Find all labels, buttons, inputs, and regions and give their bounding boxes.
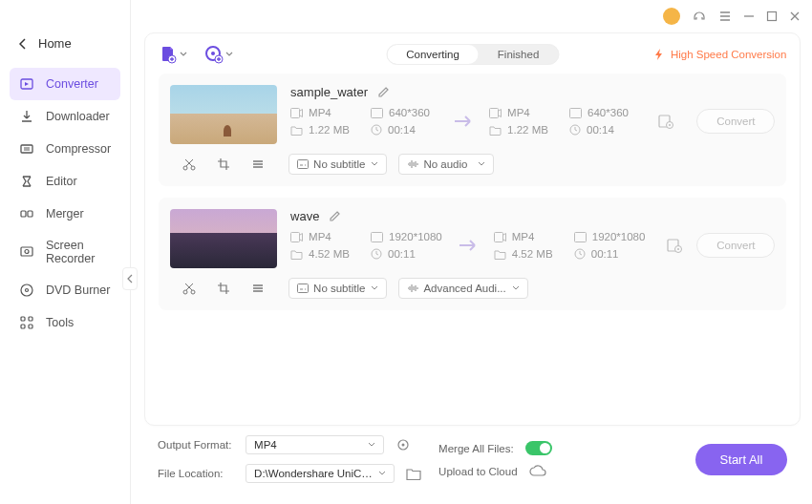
folder-icon — [290, 125, 303, 136]
settings-icon[interactable] — [657, 113, 674, 130]
clock-icon — [569, 124, 581, 136]
svg-point-6 — [21, 284, 32, 296]
svg-point-27 — [191, 166, 195, 170]
chevron-down-icon — [368, 442, 375, 448]
subtitle-icon — [297, 159, 309, 169]
subtitle-select[interactable]: No subtitle — [288, 278, 387, 299]
svg-rect-20 — [490, 108, 499, 117]
svg-rect-30 — [372, 232, 383, 242]
start-all-button[interactable]: Start All — [695, 444, 788, 475]
add-dvd-button[interactable] — [204, 45, 233, 64]
audio-select[interactable]: Advanced Audi... — [398, 278, 527, 299]
gear-icon[interactable] — [395, 437, 411, 452]
res-icon — [574, 232, 587, 242]
home-row[interactable]: Home — [0, 29, 130, 58]
nav-tools[interactable]: Tools — [10, 306, 120, 339]
dst-dur: 00:11 — [574, 248, 646, 260]
nav-label: Merger — [46, 207, 84, 220]
nav-label: Downloader — [46, 110, 110, 123]
tab-finished[interactable]: Finished — [479, 45, 558, 64]
src-res: 640*360 — [371, 107, 438, 118]
compressor-icon — [19, 141, 34, 157]
thumbnail[interactable] — [170, 209, 277, 268]
output-format-label: Output Format: — [158, 439, 234, 451]
audio-select[interactable]: No audio — [398, 154, 494, 175]
effects-icon[interactable] — [251, 282, 265, 295]
dst-format: MP4 — [494, 231, 561, 242]
arrow-right-icon — [453, 114, 474, 129]
output-format-select[interactable]: MP4 — [246, 435, 384, 454]
headset-icon[interactable] — [692, 9, 707, 24]
topbar: Converting Finished High Speed Conversio… — [159, 45, 786, 64]
video-icon — [494, 232, 506, 242]
svg-point-7 — [26, 289, 29, 292]
nav-converter[interactable]: Converter — [10, 68, 120, 100]
maximize-icon[interactable] — [766, 10, 778, 22]
nav-screen-recorder[interactable]: Screen Recorder — [10, 230, 120, 274]
svg-rect-17 — [291, 108, 300, 117]
svg-rect-18 — [372, 108, 383, 117]
menu-icon[interactable] — [718, 10, 732, 23]
titlebar — [131, 0, 812, 32]
disc-add-icon — [204, 45, 224, 64]
dst-size: 4.52 MB — [494, 248, 561, 260]
svg-point-5 — [25, 250, 29, 254]
close-icon[interactable] — [789, 10, 801, 22]
crop-icon[interactable] — [217, 282, 230, 295]
video-icon — [489, 108, 502, 118]
svg-rect-28 — [298, 160, 309, 169]
chevron-left-icon — [127, 274, 133, 284]
svg-rect-4 — [21, 247, 32, 256]
avatar[interactable] — [663, 8, 680, 25]
collapse-sidebar[interactable] — [122, 267, 138, 290]
add-file-button[interactable] — [159, 45, 187, 64]
nav: Converter Downloader Compressor Editor M… — [0, 68, 130, 339]
file-title: sample_water — [290, 85, 368, 99]
file-location-select[interactable]: D:\Wondershare UniConverter 1 — [246, 464, 395, 483]
cut-icon[interactable] — [182, 158, 196, 171]
hsc-label: High Speed Conversion — [671, 49, 786, 60]
nav-merger[interactable]: Merger — [10, 198, 120, 230]
minimize-icon[interactable] — [743, 10, 755, 22]
svg-rect-11 — [29, 325, 32, 328]
nav-compressor[interactable]: Compressor — [10, 133, 120, 165]
card: Converting Finished High Speed Conversio… — [144, 32, 801, 426]
grid-icon — [19, 315, 34, 330]
tabs: Converting Finished — [386, 44, 559, 65]
nav-downloader[interactable]: Downloader — [10, 100, 120, 133]
folder-open-icon[interactable] — [406, 467, 421, 480]
edit-icon[interactable] — [329, 210, 341, 222]
svg-point-37 — [677, 248, 679, 250]
tab-converting[interactable]: Converting — [387, 45, 479, 64]
merge-label: Merge All Files: — [438, 443, 514, 454]
chevron-down-icon — [371, 285, 378, 291]
clock-icon — [371, 248, 382, 260]
folder-icon — [290, 249, 303, 260]
src-size: 1.22 MB — [290, 124, 357, 136]
nav-label: Editor — [46, 175, 77, 188]
subtitle-select[interactable]: No subtitle — [288, 154, 387, 175]
crop-icon[interactable] — [217, 158, 230, 171]
main: Converting Finished High Speed Conversio… — [131, 0, 812, 504]
arrow-right-icon — [458, 238, 479, 253]
nav-dvd-burner[interactable]: DVD Burner — [10, 274, 120, 306]
edit-icon[interactable] — [377, 86, 390, 98]
effects-icon[interactable] — [251, 158, 265, 171]
chevron-down-icon — [512, 285, 520, 291]
settings-icon[interactable] — [666, 237, 683, 254]
thumbnail[interactable] — [170, 85, 277, 144]
src-format: MP4 — [290, 231, 357, 242]
dst-format: MP4 — [489, 107, 556, 118]
dst-dur: 00:14 — [569, 124, 636, 136]
high-speed-conversion[interactable]: High Speed Conversion — [653, 48, 786, 61]
convert-button[interactable]: Convert — [696, 233, 775, 258]
content: Converting Finished High Speed Conversio… — [131, 32, 812, 504]
merge-toggle[interactable] — [525, 441, 552, 455]
svg-rect-32 — [494, 232, 502, 242]
cloud-icon[interactable] — [529, 465, 546, 477]
convert-button[interactable]: Convert — [696, 109, 775, 134]
nav-editor[interactable]: Editor — [10, 165, 120, 198]
chevron-down-icon — [378, 471, 386, 476]
cut-icon[interactable] — [182, 282, 196, 295]
svg-point-25 — [669, 124, 671, 126]
